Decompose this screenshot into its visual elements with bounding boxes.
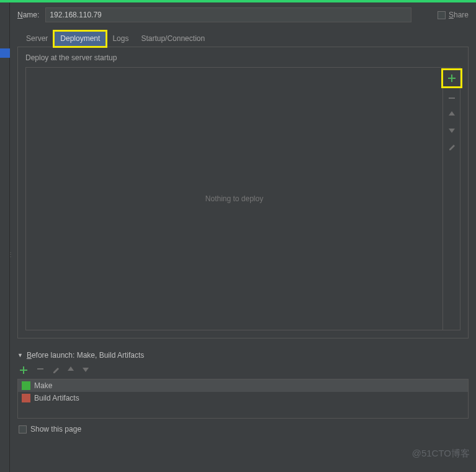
task-label: Make (34, 381, 52, 390)
gutter-selection (0, 48, 10, 58)
svg-marker-5 (449, 145, 455, 150)
tab-logs[interactable]: Logs (106, 31, 135, 47)
deploy-toolbar (442, 68, 460, 330)
name-label: Name: (17, 11, 39, 19)
share-label: Share (449, 11, 469, 19)
before-launch-tasks: Make Build Artifacts (17, 379, 469, 419)
svg-marker-9 (53, 368, 59, 373)
move-down-icon[interactable] (447, 125, 457, 135)
before-launch-label: Before launch: Make, Build Artifacts (27, 351, 144, 360)
tab-startup-connection[interactable]: Startup/Connection (135, 31, 211, 47)
deploy-box: Nothing to deploy (25, 67, 460, 330)
bl-edit-icon[interactable] (52, 365, 60, 375)
task-label: Build Artifacts (34, 394, 79, 402)
bl-move-up-icon[interactable] (67, 365, 74, 375)
edit-icon[interactable] (447, 142, 457, 152)
bl-remove-icon[interactable] (36, 365, 45, 375)
show-this-page-label: Show this page (30, 425, 81, 433)
split-drag-handle[interactable]: ⋮ (7, 251, 14, 258)
svg-marker-4 (449, 129, 455, 133)
collapse-triangle-icon[interactable]: ▼ (17, 352, 23, 358)
svg-marker-3 (449, 111, 455, 116)
before-launch-header[interactable]: ▼ Before launch: Make, Build Artifacts (17, 351, 467, 360)
panel-title: Deploy at the server startup (25, 53, 460, 62)
deploy-list: Nothing to deploy (26, 68, 442, 330)
make-icon (22, 381, 30, 390)
show-this-page-row[interactable]: Show this page (17, 419, 469, 440)
task-list-spacer (18, 404, 468, 418)
tab-bar: Server Deployment Logs Startup/Connectio… (17, 31, 469, 47)
svg-marker-11 (83, 368, 89, 372)
svg-marker-10 (68, 366, 74, 371)
left-gutter: ⋮ (0, 2, 10, 472)
tab-server[interactable]: Server (20, 31, 54, 47)
bl-move-down-icon[interactable] (82, 365, 89, 375)
deployment-panel: Deploy at the server startup Nothing to … (17, 47, 469, 338)
task-row-build-artifacts[interactable]: Build Artifacts (18, 392, 468, 404)
artifact-icon (22, 394, 30, 402)
name-row: Name: Share (17, 7, 469, 22)
share-checkbox-wrap[interactable]: Share (438, 11, 469, 19)
bl-add-icon[interactable] (19, 365, 29, 375)
watermark: @51CTO博客 (412, 448, 470, 460)
share-checkbox[interactable] (438, 11, 446, 19)
before-launch-toolbar (17, 363, 469, 379)
name-input[interactable] (45, 7, 411, 22)
main-area: Name: Share Server Deployment Logs Start… (10, 2, 476, 440)
show-this-page-checkbox[interactable] (19, 425, 27, 433)
tab-deployment[interactable]: Deployment (54, 31, 106, 47)
empty-text: Nothing to deploy (205, 194, 263, 203)
add-icon[interactable] (442, 70, 461, 87)
move-up-icon[interactable] (447, 109, 457, 119)
remove-icon[interactable] (447, 93, 457, 103)
task-row-make[interactable]: Make (18, 379, 468, 392)
